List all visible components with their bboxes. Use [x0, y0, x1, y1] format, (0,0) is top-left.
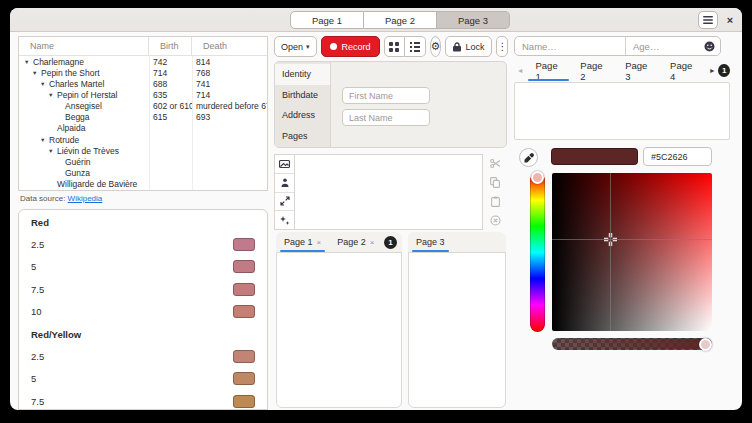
- pager-badge[interactable]: 1: [718, 64, 730, 77]
- record-button[interactable]: Record: [321, 36, 380, 57]
- person-entry-group: [514, 36, 721, 56]
- table-row[interactable]: ▼Charlemagne 742 814: [19, 56, 267, 67]
- pager-tab-page1[interactable]: Page 1: [526, 60, 571, 81]
- table-row[interactable]: Willigarde de Bavière: [19, 179, 267, 190]
- eyedropper-button[interactable]: [519, 148, 538, 167]
- editor-edit-column: [483, 154, 507, 230]
- table-row[interactable]: ▼Charles Martel 688 741: [19, 78, 267, 89]
- tab-page3[interactable]: Page 3: [408, 232, 453, 252]
- chevron-down-icon: ▾: [306, 43, 310, 51]
- expander-icon[interactable]: ▼: [40, 81, 49, 87]
- pager-tab-page4[interactable]: Page 4: [661, 60, 706, 81]
- window-close-button[interactable]: ×: [723, 13, 737, 27]
- palette-label: 7.5: [31, 396, 44, 407]
- pager-tab-page2[interactable]: Page 2: [571, 60, 616, 81]
- view-toggle-group: [384, 36, 426, 57]
- table-row[interactable]: Guérin: [19, 156, 267, 167]
- hex-color-input[interactable]: [643, 147, 712, 166]
- column-header-name[interactable]: Name: [19, 37, 149, 55]
- sparkles-button[interactable]: [275, 211, 294, 229]
- color-swatch: [233, 350, 255, 363]
- tab-page2[interactable]: Page 2 ×: [329, 232, 382, 252]
- list-view-button[interactable]: [405, 36, 426, 57]
- sidebar-item-pages[interactable]: Pages: [275, 126, 330, 147]
- insert-image-button[interactable]: [275, 155, 294, 174]
- list-item[interactable]: 2.5: [31, 345, 255, 368]
- grid-icon: [389, 42, 399, 52]
- first-name-field[interactable]: [342, 87, 430, 104]
- expander-icon[interactable]: ▼: [48, 148, 57, 154]
- row-death: 741: [192, 79, 267, 89]
- tab-close-icon[interactable]: ×: [370, 238, 375, 247]
- fullscreen-button[interactable]: [275, 193, 294, 212]
- sidebar-item-birthdate[interactable]: Birthdate: [275, 85, 330, 106]
- hue-slider[interactable]: [530, 173, 545, 332]
- list-item[interactable]: 10: [31, 301, 255, 324]
- name-input[interactable]: [515, 41, 625, 52]
- expander-icon[interactable]: ▼: [24, 59, 33, 65]
- prev-page-arrow-icon[interactable]: ◂: [514, 60, 526, 81]
- table-row[interactable]: ▼Pepin of Herstal 635 714: [19, 89, 267, 100]
- data-source-caption: Data source: Wikipedia: [20, 194, 102, 203]
- age-input[interactable]: [626, 41, 704, 52]
- more-options-button[interactable]: ⋮: [496, 36, 508, 57]
- alpha-slider[interactable]: [552, 338, 712, 350]
- cut-button[interactable]: [483, 154, 507, 173]
- table-row[interactable]: ▼Rotrude: [19, 134, 267, 145]
- list-item[interactable]: 5: [31, 256, 255, 279]
- text-area[interactable]: [295, 154, 483, 230]
- list-item[interactable]: 7.5: [31, 390, 255, 410]
- column-header-birth[interactable]: Birth: [149, 37, 192, 55]
- sidebar-item-address[interactable]: Address: [275, 105, 330, 126]
- column-header-death[interactable]: Death: [192, 37, 267, 55]
- tab-close-icon[interactable]: ×: [317, 238, 322, 247]
- row-death: 714: [192, 90, 267, 100]
- tab-overflow-badge[interactable]: 1: [384, 236, 397, 249]
- insert-object-button[interactable]: [275, 174, 294, 193]
- expander-icon[interactable]: ▼: [40, 137, 49, 143]
- wikipedia-link[interactable]: Wikipedia: [68, 194, 103, 203]
- menu-button[interactable]: [698, 11, 718, 29]
- emoji-chooser-icon[interactable]: [704, 41, 715, 52]
- right-notebook-pane[interactable]: [408, 252, 506, 408]
- left-notebook-pane[interactable]: [276, 252, 402, 408]
- table-row[interactable]: ▼Pepin the Short 714 768: [19, 67, 267, 78]
- header-tab-page2[interactable]: Page 2: [364, 11, 437, 29]
- lock-button[interactable]: Lock: [445, 36, 492, 57]
- alpha-slider-handle[interactable]: [699, 338, 712, 351]
- list-item[interactable]: 7.5: [31, 278, 255, 301]
- row-death: 768: [192, 68, 267, 78]
- current-color-swatch[interactable]: [551, 148, 638, 165]
- last-name-field[interactable]: [342, 109, 430, 126]
- pager-content-pane[interactable]: [514, 82, 730, 140]
- expander-icon[interactable]: ▼: [32, 70, 41, 76]
- row-name: Pepin the Short: [41, 68, 100, 78]
- header-tab-page1[interactable]: Page 1: [290, 11, 364, 29]
- color-cursor-crosshair[interactable]: [604, 233, 617, 246]
- sidebar-item-identity[interactable]: Identity: [275, 64, 330, 85]
- table-row[interactable]: Ansegisel 602 or 610 murdered before 679: [19, 101, 267, 112]
- list-item[interactable]: 5: [31, 368, 255, 391]
- header-tab-page3[interactable]: Page 3: [437, 11, 510, 29]
- saturation-value-plane[interactable]: [552, 173, 712, 331]
- left-notebook-tabbar: Page 1 × Page 2 × 1: [276, 232, 402, 252]
- hamburger-icon: [703, 16, 713, 24]
- open-button[interactable]: Open ▾: [274, 36, 317, 57]
- table-row[interactable]: Alpaida: [19, 123, 267, 134]
- palette-label: 5: [31, 373, 36, 384]
- pager-tab-page3[interactable]: Page 3: [616, 60, 661, 81]
- form-sidebar: Identity Birthdate Address Pages: [275, 62, 331, 147]
- grid-view-button[interactable]: [384, 36, 405, 57]
- next-page-arrow-icon[interactable]: ▸: [706, 60, 718, 81]
- table-row[interactable]: Begga 615 693: [19, 112, 267, 123]
- remove-button[interactable]: [483, 211, 507, 230]
- paste-button[interactable]: [483, 192, 507, 211]
- tab-page1[interactable]: Page 1 ×: [276, 232, 329, 252]
- table-row[interactable]: ▼Liévin de Trèves: [19, 145, 267, 156]
- expander-icon[interactable]: ▼: [48, 92, 57, 98]
- table-row[interactable]: Gunza: [19, 167, 267, 178]
- settings-button[interactable]: ⚙: [430, 36, 442, 57]
- copy-button[interactable]: [483, 173, 507, 192]
- hue-slider-handle[interactable]: [531, 171, 544, 184]
- list-item[interactable]: 2.5: [31, 233, 255, 256]
